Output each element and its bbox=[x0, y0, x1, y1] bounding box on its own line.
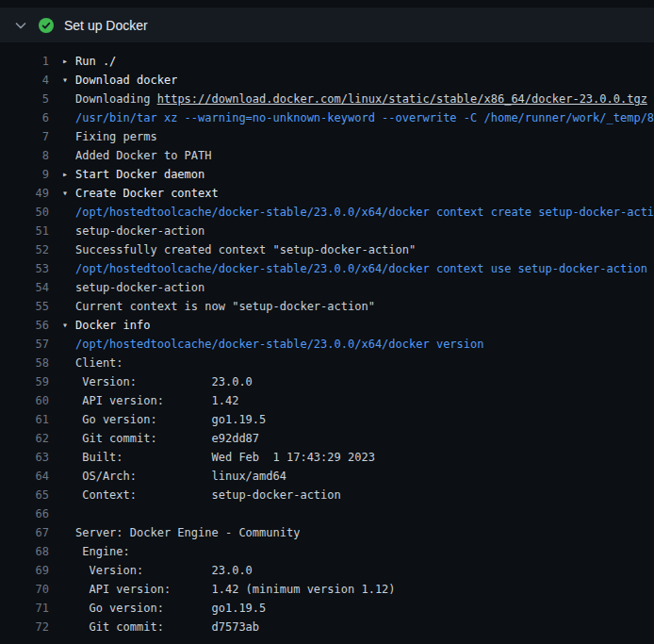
step-header[interactable]: Set up Docker bbox=[0, 8, 654, 42]
log-line-content: /usr/bin/tar xz --warning=no-unknown-key… bbox=[62, 108, 654, 127]
log-text: Git commit: e92dd87 bbox=[75, 429, 259, 448]
log-line: 72 Git commit: d7573ab bbox=[0, 618, 654, 636]
log-line-number[interactable]: 63 bbox=[0, 448, 49, 467]
log-line: 67 Server: Docker Engine - Community bbox=[0, 523, 654, 542]
log-line-number[interactable]: 54 bbox=[0, 278, 49, 297]
log-line-number[interactable]: 1 bbox=[0, 52, 49, 71]
log-line-number[interactable]: 67 bbox=[0, 523, 49, 542]
log-line: 61 Go version: go1.19.5 bbox=[0, 410, 654, 429]
log-text: Downloading bbox=[75, 90, 157, 108]
log-line-number[interactable]: 60 bbox=[0, 391, 49, 410]
log-line-number[interactable]: 59 bbox=[0, 372, 49, 391]
log-line-content: API version: 1.42 (minimum version 1.12) bbox=[62, 580, 396, 599]
log-line-content: ▾Docker info bbox=[62, 316, 150, 335]
log-line-number[interactable]: 72 bbox=[0, 618, 49, 636]
log-line-number[interactable]: 53 bbox=[0, 259, 49, 278]
log-line: 50 /opt/hostedtoolcache/docker-stable/23… bbox=[0, 203, 654, 222]
log-group-title: Docker info bbox=[75, 316, 150, 335]
log-text: Current context is now "setup-docker-act… bbox=[75, 297, 375, 316]
log-line-number[interactable]: 49 bbox=[0, 184, 49, 203]
log-line-number[interactable]: 62 bbox=[0, 429, 49, 448]
log-line-number[interactable]: 56 bbox=[0, 316, 49, 335]
log-line-number[interactable]: 51 bbox=[0, 222, 49, 240]
log-text: /opt/hostedtoolcache/docker-stable/23.0.… bbox=[75, 259, 647, 278]
log-text: Go version: go1.19.5 bbox=[75, 599, 266, 618]
log-group-line[interactable]: 4 ▾Download docker bbox=[0, 71, 654, 90]
log-line: 69 Version: 23.0.0 bbox=[0, 561, 654, 580]
log-line-content: ▸Start Docker daemon bbox=[62, 165, 204, 184]
log-line-content: Successfully created context "setup-dock… bbox=[62, 240, 416, 259]
log-line: 7 Fixing perms bbox=[0, 127, 654, 146]
log-text: Fixing perms bbox=[75, 127, 157, 146]
log-text: setup-docker-action bbox=[75, 278, 204, 297]
log-text: Built: Wed Feb 1 17:43:29 2023 bbox=[75, 448, 375, 467]
log-line-number[interactable]: 8 bbox=[0, 146, 49, 165]
log-line: 52 Successfully created context "setup-d… bbox=[0, 240, 654, 259]
group-collapse-icon[interactable]: ▾ bbox=[62, 184, 75, 203]
log-text: Successfully created context "setup-dock… bbox=[75, 240, 416, 259]
log-text: API version: 1.42 bbox=[75, 391, 238, 410]
log-group-line[interactable]: 49 ▾Create Docker context bbox=[0, 184, 654, 203]
log-line: 54 setup-docker-action bbox=[0, 278, 654, 297]
log-line-number[interactable]: 57 bbox=[0, 335, 49, 354]
log-line-content: Context: setup-docker-action bbox=[62, 486, 341, 504]
log-group-title: Download docker bbox=[75, 71, 177, 90]
log-line: 5 Downloading https://download.docker.co… bbox=[0, 90, 654, 108]
log-line-content: /opt/hostedtoolcache/docker-stable/23.0.… bbox=[62, 335, 483, 354]
log-line-number[interactable]: 55 bbox=[0, 297, 49, 316]
log-line-number[interactable]: 66 bbox=[0, 504, 49, 523]
log-container[interactable]: 1 ▸Run ./ 4 ▾Download docker 5 Downloadi… bbox=[0, 42, 654, 636]
log-line-number[interactable]: 4 bbox=[0, 71, 49, 90]
log-group-title: Start Docker daemon bbox=[75, 165, 204, 184]
group-collapse-icon[interactable]: ▾ bbox=[62, 316, 75, 335]
log-line-content: Downloading https://download.docker.com/… bbox=[62, 90, 647, 108]
log-text: Version: 23.0.0 bbox=[75, 561, 253, 580]
log-line-number[interactable]: 5 bbox=[0, 90, 49, 108]
log-line-content: Version: 23.0.0 bbox=[62, 561, 253, 580]
log-line: 66 bbox=[0, 504, 654, 523]
group-expand-icon[interactable]: ▸ bbox=[62, 52, 75, 71]
log-line-content: Go version: go1.19.5 bbox=[62, 410, 266, 429]
log-line: 6 /usr/bin/tar xz --warning=no-unknown-k… bbox=[0, 108, 654, 127]
log-group-title: Run ./ bbox=[75, 52, 116, 71]
log-line-number[interactable]: 9 bbox=[0, 165, 49, 184]
log-line-content: Added Docker to PATH bbox=[62, 146, 212, 165]
log-line: 68 Engine: bbox=[0, 542, 654, 561]
log-line-number[interactable]: 58 bbox=[0, 354, 49, 372]
log-line-number[interactable]: 64 bbox=[0, 467, 49, 486]
log-line-content: /opt/hostedtoolcache/docker-stable/23.0.… bbox=[62, 203, 654, 222]
log-url-link[interactable]: https://download.docker.com/linux/static… bbox=[157, 90, 647, 108]
log-line-number[interactable]: 7 bbox=[0, 127, 49, 146]
group-collapse-icon[interactable]: ▾ bbox=[62, 71, 75, 90]
log-line: 57 /opt/hostedtoolcache/docker-stable/23… bbox=[0, 335, 654, 354]
log-line-number[interactable]: 68 bbox=[0, 542, 49, 561]
group-expand-icon[interactable]: ▸ bbox=[62, 165, 75, 184]
log-line: 71 Go version: go1.19.5 bbox=[0, 599, 654, 618]
log-group-line[interactable]: 9 ▸Start Docker daemon bbox=[0, 165, 654, 184]
log-text: API version: 1.42 (minimum version 1.12) bbox=[75, 580, 396, 599]
log-line: 70 API version: 1.42 (minimum version 1.… bbox=[0, 580, 654, 599]
log-line-content: ▸Run ./ bbox=[62, 52, 116, 71]
log-group-line[interactable]: 1 ▸Run ./ bbox=[0, 52, 654, 71]
log-line-number[interactable]: 50 bbox=[0, 203, 49, 222]
log-line-number[interactable]: 61 bbox=[0, 410, 49, 429]
check-circle-success-icon bbox=[39, 18, 54, 33]
log-line-number[interactable]: 71 bbox=[0, 599, 49, 618]
chevron-down-icon[interactable] bbox=[13, 18, 28, 33]
log-text: Added Docker to PATH bbox=[75, 146, 212, 165]
log-text: Server: Docker Engine - Community bbox=[75, 523, 300, 542]
log-text: Client: bbox=[75, 354, 123, 372]
log-line-number[interactable]: 65 bbox=[0, 486, 49, 504]
github-actions-log-view: Set up Docker 1 ▸Run ./ 4 ▾Download dock… bbox=[0, 0, 654, 644]
log-line-content: Fixing perms bbox=[62, 127, 157, 146]
log-line-number[interactable]: 70 bbox=[0, 580, 49, 599]
log-text: /opt/hostedtoolcache/docker-stable/23.0.… bbox=[75, 203, 654, 222]
log-line-number[interactable]: 6 bbox=[0, 108, 49, 127]
log-text: OS/Arch: linux/amd64 bbox=[75, 467, 286, 486]
log-group-line[interactable]: 56 ▾Docker info bbox=[0, 316, 654, 335]
log-line-number[interactable]: 52 bbox=[0, 240, 49, 259]
log-line: 53 /opt/hostedtoolcache/docker-stable/23… bbox=[0, 259, 654, 278]
log-line-content: Server: Docker Engine - Community bbox=[62, 523, 300, 542]
log-line-number[interactable]: 69 bbox=[0, 561, 49, 580]
log-line-content: setup-docker-action bbox=[62, 278, 204, 297]
